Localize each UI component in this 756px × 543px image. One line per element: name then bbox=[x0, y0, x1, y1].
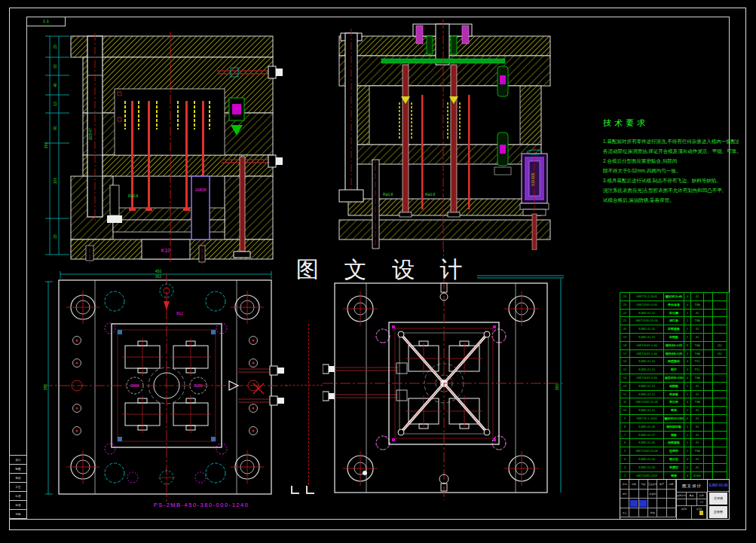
svg-text:50: 50 bbox=[53, 64, 57, 69]
signature-blob bbox=[630, 500, 638, 507]
part-name: 浇口套 bbox=[664, 317, 684, 325]
part-note bbox=[713, 366, 727, 374]
title-block-cell: 处数 bbox=[629, 480, 638, 490]
part-material: 45 bbox=[691, 423, 704, 432]
part-note bbox=[713, 415, 727, 423]
part-material: 45 bbox=[691, 456, 704, 464]
svg-text:90: 90 bbox=[53, 126, 57, 130]
part-no: 13 bbox=[620, 383, 630, 391]
gap-centerline-h bbox=[285, 385, 323, 386]
part-note bbox=[713, 423, 727, 432]
part-weight bbox=[704, 374, 713, 383]
weight-label: 重量 bbox=[687, 493, 696, 499]
part-weight bbox=[704, 310, 713, 318]
insert-label-left: 3M08 bbox=[130, 384, 139, 388]
part-no: 20 bbox=[620, 325, 630, 334]
stage-value bbox=[677, 499, 687, 505]
section-view-side: KO-100 Ra0.8 Ra0.8 bbox=[326, 20, 564, 250]
part-material: 45 bbox=[691, 383, 704, 391]
part-weight bbox=[704, 334, 713, 342]
title-block-cell bbox=[667, 490, 676, 499]
part-note bbox=[713, 398, 727, 407]
title-block-cell bbox=[639, 490, 648, 499]
part-material: P20 bbox=[691, 358, 704, 366]
part-weight bbox=[704, 447, 713, 456]
part-material: 45 bbox=[691, 415, 704, 423]
svg-text:Ra0.8: Ra0.8 bbox=[383, 192, 393, 197]
purple-insert-label: 1M08 bbox=[194, 188, 207, 192]
part-no: 21 bbox=[620, 317, 630, 325]
plate-outline bbox=[59, 280, 271, 494]
title-block-cell: 标准化 bbox=[648, 490, 657, 499]
parts-list-row: 5 GB/T4169.13-06 拉料杆 1 T8A bbox=[620, 447, 729, 456]
k10-label: K10 bbox=[161, 248, 171, 253]
svg-text:13: 13 bbox=[53, 102, 57, 106]
part-weight bbox=[704, 293, 713, 301]
part-code: SJMZ-01-12 bbox=[630, 391, 664, 399]
tech-requirement-line: 试模合格后,涂油防锈,妥善保管。 bbox=[603, 195, 739, 205]
part-qty: 1 bbox=[684, 317, 691, 325]
drawing-number: SJMZ-01-00 bbox=[708, 480, 729, 492]
svg-text:380: 380 bbox=[44, 384, 47, 391]
part-no: 11 bbox=[620, 398, 630, 407]
parts-list-row: 13 SJMZ-01-13 动模板 1 45 bbox=[620, 383, 729, 391]
part-name: 型芯 bbox=[664, 366, 684, 374]
part-name: 复位杆 bbox=[664, 398, 684, 407]
signature-blob bbox=[639, 500, 647, 507]
part-no: 16 bbox=[620, 358, 630, 366]
section-view-front: 25 50 40 13 90 100 25 350 bbox=[44, 29, 288, 265]
part-qty: 1 bbox=[684, 432, 691, 440]
part-no: 10 bbox=[620, 407, 630, 415]
part-code: SJMZ-01-16 bbox=[630, 358, 664, 366]
parts-list-row: 11 GB/T4169.11-06 复位杆 4 T8A bbox=[620, 398, 729, 407]
revision-strip: 设计制图审核工艺标准批准日期 bbox=[9, 455, 27, 520]
part-name: 定模座板 bbox=[664, 325, 684, 334]
part-no: 15 bbox=[620, 366, 630, 374]
parts-list-row: 16 SJMZ-01-16 型腔镶块 4 P20 bbox=[620, 358, 729, 366]
part-no: 3 bbox=[620, 464, 630, 472]
drawing-name-line1: 注塑模 bbox=[709, 493, 727, 505]
tech-requirement-line: 2.合模后分型面应紧密贴合,局部间 bbox=[603, 156, 739, 166]
part-qty: 2 bbox=[684, 407, 691, 415]
part-no: 9 bbox=[620, 415, 630, 423]
parts-list-row: 20 SJMZ-01-20 定模座板 1 45 bbox=[620, 325, 729, 334]
part-qty: 4 bbox=[684, 398, 691, 407]
part-name: 推杆Ø8×125 bbox=[664, 350, 684, 358]
title-block-cell bbox=[629, 490, 638, 499]
part-note bbox=[713, 374, 727, 383]
part-note bbox=[713, 407, 727, 415]
strip-cell: 设计 bbox=[10, 456, 26, 465]
part-note: 45# bbox=[713, 342, 727, 350]
part-code: GB/T4169.11-06 bbox=[630, 398, 664, 407]
part-code: SJMZ-01-04 bbox=[630, 456, 664, 464]
part-code: SJMZ-01-08 bbox=[630, 423, 664, 432]
part-note: 45# bbox=[713, 350, 727, 358]
part-material: T8A bbox=[691, 447, 704, 456]
part-material: T8A bbox=[691, 350, 704, 358]
part-name: 螺钉M12×100 bbox=[664, 415, 684, 423]
strip-cell: 工艺 bbox=[10, 483, 26, 492]
parts-list-row: 8 SJMZ-01-08 推杆固定板 1 45 bbox=[620, 423, 729, 432]
mold-plates bbox=[339, 36, 550, 239]
tech-requirement-line: 隙不得大于0.02mm,四周均匀一致。 bbox=[603, 166, 739, 175]
title-block-cell: 工艺 bbox=[620, 508, 629, 518]
right-dim-label: 380 bbox=[555, 384, 559, 391]
part-qty: 4 bbox=[684, 358, 691, 366]
part-no: 17 bbox=[620, 350, 630, 358]
part-code: SJMZ-01-13 bbox=[630, 383, 664, 391]
part-code: SJMZ-01-20 bbox=[630, 325, 664, 334]
part-material: 45 bbox=[691, 407, 704, 415]
part-weight bbox=[704, 342, 713, 350]
part-note bbox=[713, 325, 727, 334]
parts-list-row: 12 SJMZ-01-12 支承板 1 45 bbox=[620, 391, 729, 399]
part-material: 45 bbox=[691, 439, 704, 447]
part-material: P20 bbox=[691, 366, 704, 374]
part-note bbox=[713, 432, 727, 440]
part-name: 垫块 bbox=[664, 407, 684, 415]
part-note bbox=[713, 391, 727, 399]
parts-list-row: 22 SJMZ-01-22 定位圈 1 45 bbox=[620, 310, 729, 318]
part-code: SJMZ-01-10 bbox=[630, 407, 664, 415]
gate-direction-marks bbox=[229, 381, 264, 394]
part-weight bbox=[704, 358, 713, 366]
part-name: 推板 bbox=[664, 432, 684, 440]
